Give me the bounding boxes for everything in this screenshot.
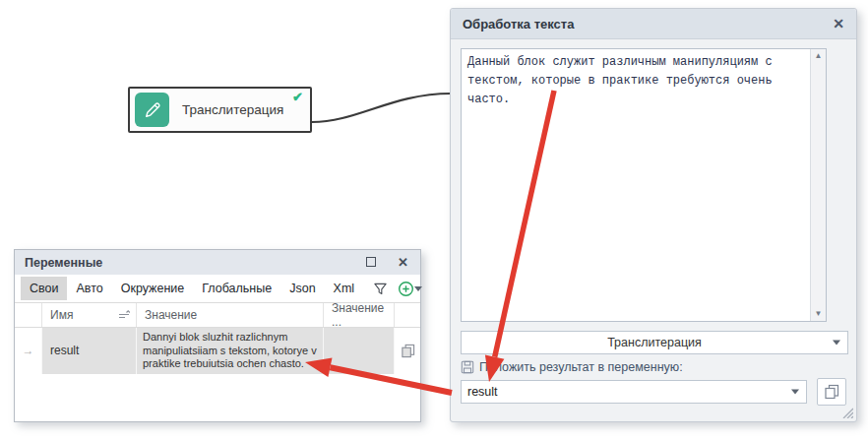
chevron-down-icon	[791, 390, 799, 395]
copy-variable-button[interactable]	[817, 378, 846, 406]
filter-button[interactable]	[373, 278, 388, 299]
variables-title: Переменные	[15, 256, 102, 270]
grid-header-value[interactable]: Значение	[137, 303, 324, 327]
cell-variable-value[interactable]: Dannyi blok sluzhit razlichnym manipulia…	[137, 328, 324, 374]
table-row-result[interactable]: → result Dannyi blok sluzhit razlichnym …	[15, 328, 420, 374]
success-check-icon: ✔	[292, 90, 303, 104]
filter-icon	[373, 282, 388, 296]
pencil-icon	[135, 93, 169, 127]
operation-selected-value: Транслитерация	[607, 336, 702, 349]
grid-header-gutter	[15, 303, 42, 327]
scroll-up-icon[interactable]: ▲	[815, 52, 823, 60]
source-text-box: Данный блок служит различным манипуляция…	[461, 48, 827, 322]
grid-header-actions	[395, 303, 420, 327]
variables-window: Переменные ✕ Свои Авто Окружение Глобаль…	[14, 249, 421, 422]
maximize-icon[interactable]	[366, 257, 376, 267]
column-label-name: Имя	[50, 308, 73, 322]
close-icon[interactable]: ✕	[833, 16, 844, 32]
copy-icon	[824, 384, 839, 400]
column-label-value2: Значение ...	[332, 301, 394, 329]
grid-header: Имя Значение Значение ...	[15, 302, 420, 328]
row-indicator-icon: →	[15, 328, 42, 374]
workflow-node-transliteration[interactable]: Транслитерация ✔	[128, 87, 312, 133]
copy-icon	[401, 344, 415, 358]
tab-svoi[interactable]: Свои	[21, 277, 67, 300]
node-label: Транслитерация	[182, 102, 283, 117]
variable-name-dropdown[interactable]	[461, 380, 807, 404]
panel-header[interactable]: Обработка текста ✕	[451, 9, 856, 39]
tab-xml[interactable]: Xml	[325, 277, 364, 300]
variable-name-input[interactable]	[462, 385, 806, 399]
variables-titlebar[interactable]: Переменные ✕	[15, 250, 420, 275]
cell-variable-name[interactable]: result	[42, 328, 137, 374]
toolbar-overflow-icon[interactable]	[414, 286, 422, 291]
cell-variable-value2[interactable]	[324, 328, 395, 374]
add-variable-button[interactable]	[398, 278, 414, 299]
sort-icon	[118, 310, 130, 321]
chevron-down-icon	[833, 341, 840, 346]
tab-json[interactable]: Json	[280, 277, 324, 300]
plus-circle-icon	[398, 281, 414, 297]
save-result-row: Положить результат в переменную:	[461, 360, 683, 374]
save-result-label: Положить результат в переменную:	[479, 360, 683, 374]
variables-tabbar: Свои Авто Окружение Глобальные Json Xml	[15, 275, 420, 302]
grid-header-value2[interactable]: Значение ...	[324, 303, 395, 327]
grid-header-name[interactable]: Имя	[42, 303, 137, 327]
tab-globalnye[interactable]: Глобальные	[193, 277, 280, 300]
save-icon	[461, 360, 474, 374]
grid-empty-area	[15, 374, 420, 422]
tab-okruzhenie[interactable]: Окружение	[112, 277, 194, 300]
row-copy-button[interactable]	[395, 328, 420, 374]
scroll-down-icon[interactable]: ▼	[815, 310, 823, 318]
panel-title: Обработка текста	[451, 17, 574, 32]
source-text-input[interactable]: Данный блок служит различным манипуляция…	[462, 49, 810, 321]
column-label-value: Значение	[145, 308, 197, 322]
tab-avto[interactable]: Авто	[67, 277, 111, 300]
operation-dropdown[interactable]: Транслитерация	[461, 331, 848, 354]
textarea-scrollbar[interactable]: ▲ ▼	[810, 49, 826, 321]
close-icon[interactable]: ✕	[398, 257, 408, 268]
text-processing-panel: Обработка текста ✕ Данный блок служит ра…	[450, 8, 857, 422]
resize-grip[interactable]	[840, 406, 853, 418]
